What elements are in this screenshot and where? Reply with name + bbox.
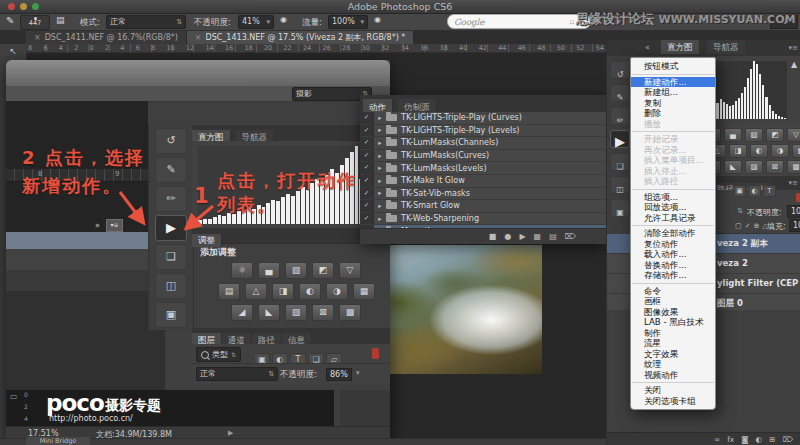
layer-comps-panel-icon[interactable]: ▣	[610, 199, 630, 217]
tab-navigator[interactable]: 导航器	[707, 40, 746, 54]
adjustment-icon[interactable]: ◐	[750, 144, 768, 158]
context-menu-item[interactable]: 新建组...	[631, 87, 715, 98]
character-panel-icon[interactable]: ◫	[155, 273, 187, 299]
dropdown-arrow-icon[interactable]: ▾	[356, 369, 360, 377]
document-tab[interactable]: × DSC_1413.NEF @ 17.5% (Viveza 2 副本, RGB…	[187, 30, 414, 44]
context-menu-item[interactable]: 制作	[631, 328, 715, 339]
layer-filter-icon[interactable]: ◐	[748, 185, 761, 197]
opacity-dropdown[interactable]: 41% ▾	[238, 15, 274, 29]
action-row[interactable]: ✓ ▸ TK-LumMasks(Curves)	[360, 150, 606, 163]
action-row[interactable]: ✓ ▸ TK-Smart Glow	[360, 200, 606, 213]
include-checkbox[interactable]: ✓	[360, 188, 374, 200]
action-row[interactable]: ✓ ▸ TK-LumMasks(Channels)	[360, 137, 606, 150]
adjustment-icon[interactable]: ◨	[272, 283, 294, 300]
delete-icon[interactable]: ⌦	[565, 232, 576, 241]
layer-opacity-value[interactable]: 86%	[326, 368, 352, 381]
search-input[interactable]: Google	[454, 17, 565, 27]
context-menu-item[interactable]: 开始记录	[631, 134, 715, 145]
context-menu-item[interactable]: 插入停止...	[631, 166, 715, 177]
play-icon[interactable]: ▶	[519, 232, 525, 241]
layer-effects-icon[interactable]: fx	[727, 435, 734, 444]
clone-source-panel-icon[interactable]: ✏	[610, 107, 630, 125]
expand-panels-icon[interactable]: »	[95, 221, 100, 230]
adjustment-icon[interactable]: △	[245, 283, 267, 300]
context-menu-item[interactable]: 载入动作...	[631, 249, 715, 260]
adjustment-layer-icon[interactable]: ◐	[756, 435, 763, 444]
expand-toggle-icon[interactable]: ▸	[374, 126, 386, 134]
layer-filter-icon[interactable]: ▣	[733, 185, 746, 197]
adjustment-icon[interactable]: ⊠	[312, 304, 334, 321]
brush-presets-panel-icon[interactable]: ✎	[155, 157, 187, 183]
adjustment-icon[interactable]: ▧	[745, 128, 763, 142]
include-checkbox[interactable]: ✓	[360, 125, 374, 137]
adjustment-icon[interactable]: ▩	[339, 304, 361, 321]
context-menu-item[interactable]: 命令	[631, 286, 715, 297]
context-menu-item[interactable]: 关闭	[631, 385, 715, 396]
context-menu-item[interactable]: 流星	[631, 338, 715, 349]
airbrush-icon[interactable]: ◉	[374, 15, 381, 24]
status-menu-arrow-icon[interactable]: ▶	[228, 429, 233, 437]
tablet-pressure-icon[interactable]: ◉	[280, 15, 287, 24]
context-menu-item[interactable]: LAB - 黑白技术	[631, 317, 715, 328]
adjustment-icon[interactable]: ▩	[787, 160, 800, 174]
actions-panel-icon[interactable]: ▶	[155, 215, 187, 241]
collapse-panels-icon[interactable]: «	[645, 43, 650, 52]
adjustment-icon[interactable]: ◩	[766, 128, 784, 142]
layer-mask-icon[interactable]: ◙	[741, 435, 748, 444]
clone-source-panel-icon[interactable]: ✏	[155, 186, 187, 212]
layer-comps-panel-icon[interactable]: ▣	[155, 302, 187, 328]
action-row[interactable]: ✓ ▸ TK-Sat-Vib-masks	[360, 188, 606, 201]
adjustment-icon[interactable]: ▤	[218, 283, 240, 300]
context-menu-item[interactable]: 删除	[631, 108, 715, 119]
adjustment-icon[interactable]: ☼	[231, 262, 253, 279]
adjustment-icon[interactable]: ◑	[326, 283, 348, 300]
tool-presets-panel-icon[interactable]: ❏	[610, 153, 630, 171]
dock-opacity-value[interactable]: 100%	[787, 205, 800, 218]
adjustment-icon[interactable]: ◑	[771, 144, 789, 158]
include-checkbox[interactable]: ✓	[360, 112, 374, 124]
filter-kind-dropdown[interactable]: 类型 ⇅	[196, 347, 241, 362]
action-row[interactable]: ✓ ▸ TK-LIGHTS-Triple-Play (Levels)	[360, 125, 606, 138]
adjustment-icon[interactable]: ▄	[724, 128, 742, 142]
flow-dropdown[interactable]: 100% ▾	[328, 15, 368, 29]
include-checkbox[interactable]: ✓	[360, 175, 374, 187]
expand-toggle-icon[interactable]: ▸	[374, 202, 386, 210]
record-icon[interactable]: ●	[504, 232, 511, 241]
action-row[interactable]: ✓ ▸ TK-Make It Glow	[360, 175, 606, 188]
expand-toggle-icon[interactable]: ▸	[374, 215, 386, 223]
character-panel-icon[interactable]: ◫	[610, 176, 630, 194]
new-action-icon[interactable]: ▤	[549, 232, 557, 241]
context-menu-item[interactable]: 关闭选项卡组	[631, 396, 715, 407]
link-layers-icon[interactable]: ∞	[714, 435, 720, 444]
tool-presets-panel-icon[interactable]: ❏	[155, 244, 187, 270]
include-checkbox[interactable]: ✓	[360, 213, 374, 225]
context-menu-item[interactable]: 存储动作...	[631, 270, 715, 281]
adjustment-icon[interactable]: ▦	[792, 144, 800, 158]
adjustment-icon[interactable]: ▦	[353, 283, 375, 300]
close-tab-icon[interactable]: ×	[195, 33, 202, 42]
expand-toggle-icon[interactable]: ▸	[374, 114, 386, 122]
expand-toggle-icon[interactable]: ▸	[374, 164, 386, 172]
document-tab[interactable]: × DSC_1411.NEF @ 16.7%(RGB/8*)	[26, 30, 187, 44]
context-menu-item[interactable]: 文字效果	[631, 349, 715, 360]
expand-toggle-icon[interactable]: ▸	[374, 189, 386, 197]
filter-toggle[interactable]	[796, 193, 800, 202]
adjustment-icon[interactable]: ◣	[258, 304, 280, 321]
context-menu-item[interactable]: 复制	[631, 98, 715, 109]
adjustment-icon[interactable]: ▨	[285, 304, 307, 321]
lock-icon[interactable]: ✓	[745, 222, 751, 230]
context-menu-item[interactable]: 允许工具记录	[631, 213, 715, 224]
context-menu-item[interactable]: 新建动作...	[631, 77, 715, 88]
search-box[interactable]: Google ▫ ✕	[447, 14, 591, 29]
new-set-icon[interactable]: ▦	[534, 232, 542, 241]
panel-menu-icon[interactable]: ▾≡	[789, 44, 798, 52]
new-layer-icon[interactable]: ⊞	[769, 435, 775, 444]
tab-histogram[interactable]: 直方图	[661, 40, 700, 54]
adjustment-icon[interactable]: ▧	[285, 262, 307, 279]
context-menu-item[interactable]: 插入菜单项目...	[631, 155, 715, 166]
expand-toggle-icon[interactable]: ▸	[374, 152, 386, 160]
context-menu-item[interactable]: 回放选项...	[631, 202, 715, 213]
layer-blend-mode-dropdown[interactable]: 正常 ⇅	[196, 367, 278, 381]
layer-filter-icon[interactable]: T	[763, 185, 776, 197]
include-checkbox[interactable]: ✓	[360, 137, 374, 149]
